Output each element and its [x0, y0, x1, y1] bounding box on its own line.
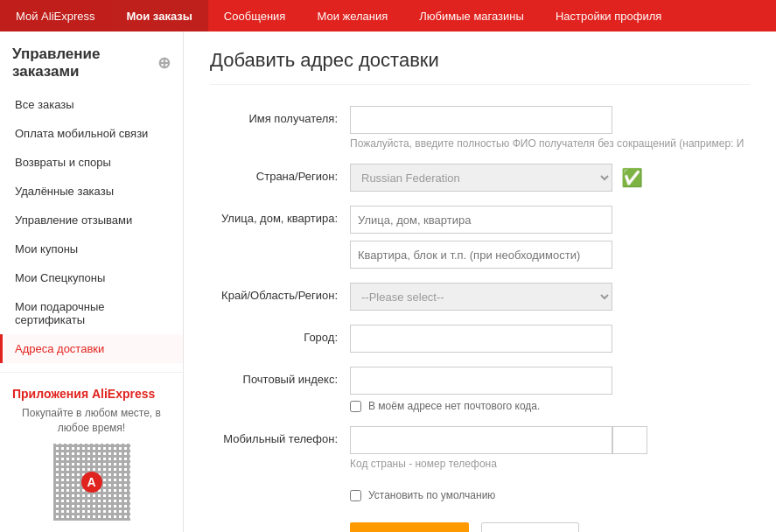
top-nav: Мой AliExpress Мои заказы Сообщения Мои … [0, 0, 776, 32]
country-select-row: Russian Federation ✅ [350, 164, 750, 192]
sidebar-link-special-coupons[interactable]: Мои Спецкупоны [0, 263, 183, 292]
form-row-city: Город: [210, 325, 750, 353]
sidebar-item-returns[interactable]: Возвраты и споры [0, 148, 183, 177]
layout: Управление заказами ⊕ Все заказы Оплата … [0, 32, 776, 532]
phone-number-input[interactable] [612, 426, 647, 454]
nav-profile-settings[interactable]: Настройки профиля [540, 0, 677, 32]
default-checkbox[interactable] [350, 490, 361, 501]
country-field: Russian Federation ✅ [350, 164, 750, 192]
street-input[interactable] [350, 206, 612, 234]
form-row-postal: Почтовый индекс: В моём адресе нет почто… [210, 367, 750, 412]
sidebar-item-all-orders[interactable]: Все заказы [0, 90, 183, 119]
phone-field: +7 Код страны - номер телефона [350, 426, 750, 470]
postal-field: В моём адресе нет почтового кода. [350, 367, 750, 412]
street-label: Улица, дом, квартира: [210, 206, 350, 225]
recipient-field: Пожалуйста, введите полностью ФИО получа… [350, 106, 750, 150]
no-postal-label: В моём адресе нет почтового кода. [368, 400, 540, 412]
sidebar-link-all-orders[interactable]: Все заказы [0, 90, 183, 119]
postal-input[interactable] [350, 367, 612, 395]
sidebar-link-my-coupons[interactable]: Мои купоны [0, 234, 183, 263]
form-row-region: Край/Область/Регион: --Please select-- [210, 283, 750, 311]
sidebar-link-gift-certificates[interactable]: Мои подарочные сертификаты [0, 292, 183, 334]
country-select[interactable]: Russian Federation [350, 164, 612, 192]
form-row-default: Установить по умолчанию [210, 484, 750, 501]
city-input[interactable] [350, 325, 612, 353]
city-label: Город: [210, 325, 350, 344]
country-check-icon: ✅ [621, 167, 643, 188]
form-row-phone: Мобильный телефон: +7 Код страны - номер… [210, 426, 750, 470]
apps-title: Приложения AliExpress [12, 387, 171, 401]
form-row-country: Страна/Регион: Russian Federation ✅ [210, 164, 750, 192]
recipient-input[interactable] [350, 106, 612, 134]
page-title: Добавить адрес доставки [210, 49, 750, 85]
country-label: Страна/Регион: [210, 164, 350, 183]
sidebar-title-area: Управление заказами ⊕ [0, 32, 183, 90]
postal-label: Почтовый индекс: [210, 367, 350, 386]
sidebar-link-manage-reviews[interactable]: Управление отзывами [0, 206, 183, 234]
default-label: Установить по умолчанию [368, 489, 495, 501]
phone-hint: Код страны - номер телефона [350, 458, 750, 470]
region-field: --Please select-- [350, 283, 750, 311]
sidebar-item-deleted-orders[interactable]: Удалённые заказы [0, 177, 183, 206]
region-select[interactable]: --Please select-- [350, 283, 612, 311]
phone-row: +7 [350, 426, 647, 454]
buttons-row: Сохранить Отмена [350, 522, 750, 532]
sidebar-title: Управление заказами [12, 46, 157, 81]
nav-my-aliexpress[interactable]: Мой AliExpress [0, 0, 111, 32]
sidebar-item-delivery-addresses[interactable]: Адреса доставки [0, 334, 183, 363]
sidebar-link-mobile-payment[interactable]: Оплата мобильной связи [0, 119, 183, 148]
nav-favorite-shops[interactable]: Любимые магазины [403, 0, 540, 32]
sidebar-expand-icon[interactable]: ⊕ [157, 54, 171, 74]
sidebar: Управление заказами ⊕ Все заказы Оплата … [0, 32, 184, 532]
no-postal-row: В моём адресе нет почтового кода. [350, 400, 750, 412]
region-label: Край/Область/Регион: [210, 283, 350, 302]
sidebar-item-my-coupons[interactable]: Мои купоны [0, 234, 183, 263]
save-button[interactable]: Сохранить [350, 522, 469, 532]
sidebar-item-special-coupons[interactable]: Мои Спецкупоны [0, 263, 183, 292]
city-field [350, 325, 750, 353]
phone-prefix-input[interactable]: +7 [350, 426, 612, 454]
nav-messages[interactable]: Сообщения [208, 0, 302, 32]
default-field: Установить по умолчанию [350, 484, 750, 501]
sidebar-item-gift-certificates[interactable]: Мои подарочные сертификаты [0, 292, 183, 334]
sidebar-menu: Все заказы Оплата мобильной связи Возвра… [0, 90, 183, 363]
nav-my-orders[interactable]: Мои заказы [111, 0, 208, 32]
recipient-label: Имя получателя: [210, 106, 350, 125]
sidebar-apps: Приложения AliExpress Покупайте в любом … [0, 372, 183, 532]
recipient-hint: Пожалуйста, введите полностью ФИО получа… [350, 137, 750, 150]
sidebar-link-deleted-orders[interactable]: Удалённые заказы [0, 177, 183, 206]
street-field [350, 206, 750, 269]
nav-my-wishlist[interactable]: Мои желания [301, 0, 403, 32]
apps-description: Покупайте в любом месте, в любое время! [12, 406, 171, 436]
sidebar-link-delivery-addresses[interactable]: Адреса доставки [0, 334, 183, 363]
sidebar-item-manage-reviews[interactable]: Управление отзывами [0, 206, 183, 234]
qr-code: A [53, 444, 130, 521]
sidebar-link-returns[interactable]: Возвраты и споры [0, 148, 183, 177]
form-row-street: Улица, дом, квартира: [210, 206, 750, 269]
default-checkbox-row: Установить по умолчанию [350, 489, 750, 501]
apartment-input[interactable] [350, 241, 612, 269]
no-postal-checkbox[interactable] [350, 401, 361, 412]
sidebar-item-mobile-payment[interactable]: Оплата мобильной связи [0, 119, 183, 148]
form-row-recipient: Имя получателя: Пожалуйста, введите полн… [210, 106, 750, 150]
default-label-spacer [210, 484, 350, 490]
phone-label: Мобильный телефон: [210, 426, 350, 445]
cancel-button[interactable]: Отмена [481, 522, 579, 532]
main-content: Добавить адрес доставки Имя получателя: … [184, 32, 776, 532]
